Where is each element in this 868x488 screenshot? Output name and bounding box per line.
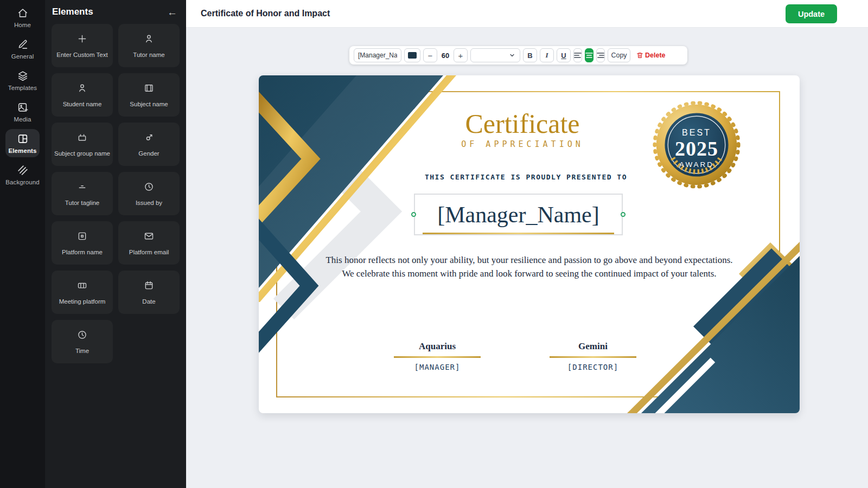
signature-name: Aquarius <box>383 341 492 352</box>
align-left-icon <box>574 52 582 59</box>
plus-icon <box>76 33 88 47</box>
calendar-icon <box>143 280 155 293</box>
underline-button[interactable]: U <box>557 48 571 62</box>
signature-name: Gemini <box>539 341 647 352</box>
card-date[interactable]: Date <box>118 271 180 314</box>
certificate-body-text[interactable]: This honor reflects not only your abilit… <box>291 253 767 280</box>
card-tutor-tagline[interactable]: Tutor tagline <box>52 172 113 215</box>
elements-panel: Elements ← Enter Custom Text Tutor name … <box>45 0 186 488</box>
rail-item-label: General <box>11 53 34 60</box>
editor-main: Certificate of Honor and Impact Update −… <box>186 0 868 488</box>
element-cards-grid: Enter Custom Text Tutor name Student nam… <box>52 24 180 363</box>
card-student-name[interactable]: Student name <box>52 73 113 117</box>
card-label: Meeting platform <box>57 298 108 305</box>
rail-item-label: Home <box>14 22 31 28</box>
signature-line <box>550 356 636 358</box>
align-left-button[interactable] <box>573 48 582 62</box>
gender-icon <box>143 132 155 145</box>
certificate-title-text[interactable]: Certificate <box>259 108 786 139</box>
card-label: Subject name <box>127 101 170 107</box>
card-subject-name[interactable]: Subject name <box>118 73 180 117</box>
card-label: Enter Custom Text <box>54 52 110 58</box>
certificate-subtitle-text[interactable]: OF APPRECIATION <box>259 139 786 149</box>
card-enter-custom-text[interactable]: Enter Custom Text <box>52 24 113 67</box>
card-label: Gender <box>136 150 161 157</box>
card-subject-group-name[interactable]: Subject group name <box>52 123 113 166</box>
rail-item-background[interactable]: Background <box>5 160 40 189</box>
card-label: Date <box>140 298 157 305</box>
film-frame-icon <box>143 82 155 96</box>
card-label: Subject group name <box>52 150 112 157</box>
clock-icon <box>76 329 88 343</box>
card-meeting-platform[interactable]: Meeting platform <box>52 271 113 314</box>
rail-item-general[interactable]: General <box>5 35 40 63</box>
rail-item-label: Background <box>5 179 39 185</box>
bold-button[interactable]: B <box>523 48 537 62</box>
card-label: Tutor name <box>131 52 167 58</box>
chevron-down-icon <box>509 52 515 59</box>
align-right-button[interactable] <box>596 48 605 62</box>
diagonal-hatch-icon <box>17 164 29 176</box>
rail-item-home[interactable]: Home <box>5 3 40 31</box>
home-icon <box>17 7 29 19</box>
rail-item-templates[interactable]: Templates <box>5 66 40 94</box>
signature-block-director[interactable]: Gemini [DIRECTOR] <box>539 341 647 371</box>
signature-role: [DIRECTOR] <box>539 363 647 371</box>
left-rail: Home General Templates Media Elements Ba… <box>0 0 45 488</box>
card-label: Student name <box>61 101 104 107</box>
panel-title: Elements <box>52 7 93 17</box>
italic-button[interactable]: I <box>540 48 554 62</box>
font-size-value: 60 <box>440 52 451 60</box>
signature-block-manager[interactable]: Aquarius [MANAGER] <box>383 341 492 371</box>
color-swatch <box>408 52 417 59</box>
image-plus-icon <box>17 101 29 113</box>
tray-icon <box>76 132 88 145</box>
card-label: Platform name <box>60 249 105 255</box>
text-color-button[interactable] <box>404 48 420 62</box>
card-platform-name[interactable]: Platform name <box>52 221 113 265</box>
presented-to-text[interactable]: THIS CERTIFICATE IS PROUDLY PRESENTED TO <box>259 173 793 181</box>
card-tutor-name[interactable]: Tutor name <box>118 24 180 67</box>
body-line-2: We celebrate this moment with pride and … <box>291 267 767 280</box>
body-line-1: This honor reflects not only your abilit… <box>291 253 767 267</box>
rail-item-label: Elements <box>9 147 37 154</box>
resize-handle-right[interactable] <box>621 212 626 217</box>
collapse-arrow-icon[interactable]: ← <box>167 7 177 17</box>
badge-bottom-text: AWARD <box>652 160 742 169</box>
card-issued-by[interactable]: Issued by <box>118 172 180 215</box>
align-center-button[interactable] <box>585 48 593 62</box>
rail-item-elements[interactable]: Elements <box>5 129 40 157</box>
delete-button[interactable]: Delete <box>636 52 666 59</box>
card-platform-email[interactable]: Platform email <box>118 221 180 265</box>
update-button[interactable]: Update <box>786 4 837 23</box>
card-bars-icon <box>76 280 88 293</box>
rail-item-label: Media <box>14 116 31 123</box>
rail-item-label: Templates <box>8 85 37 91</box>
card-label: Tutor tagline <box>63 200 102 206</box>
page-title: Certificate of Honor and Impact <box>201 9 330 18</box>
resize-handle-left[interactable] <box>411 212 416 217</box>
selected-text-element[interactable]: [Manager_Name] <box>414 194 623 235</box>
card-label: Time <box>73 348 91 354</box>
delete-label: Delete <box>645 52 666 59</box>
card-label: Issued by <box>133 200 164 206</box>
certificate-canvas[interactable]: BEST 2025 AWARD Certificate OF APPRECIAT… <box>259 75 800 413</box>
card-label: Platform email <box>127 249 171 255</box>
align-right-icon <box>597 52 604 59</box>
font-size-decrease-button[interactable]: − <box>423 48 437 62</box>
manager-name-text: [Manager_Name] <box>437 202 599 228</box>
card-gender[interactable]: Gender <box>118 123 180 166</box>
rail-item-media[interactable]: Media <box>5 98 40 126</box>
font-size-increase-button[interactable]: + <box>454 48 468 62</box>
copy-button[interactable]: Copy <box>608 48 630 62</box>
card-time[interactable]: Time <box>52 320 113 363</box>
text-content-input[interactable] <box>354 48 401 62</box>
person-icon <box>76 82 88 96</box>
name-gold-underline <box>423 233 614 234</box>
signature-role: [MANAGER] <box>383 363 492 371</box>
text-lines-icon <box>76 181 88 195</box>
layers-icon <box>17 70 29 82</box>
edit-icon <box>17 38 29 50</box>
align-center-icon <box>585 52 593 59</box>
font-family-select[interactable] <box>470 48 520 62</box>
